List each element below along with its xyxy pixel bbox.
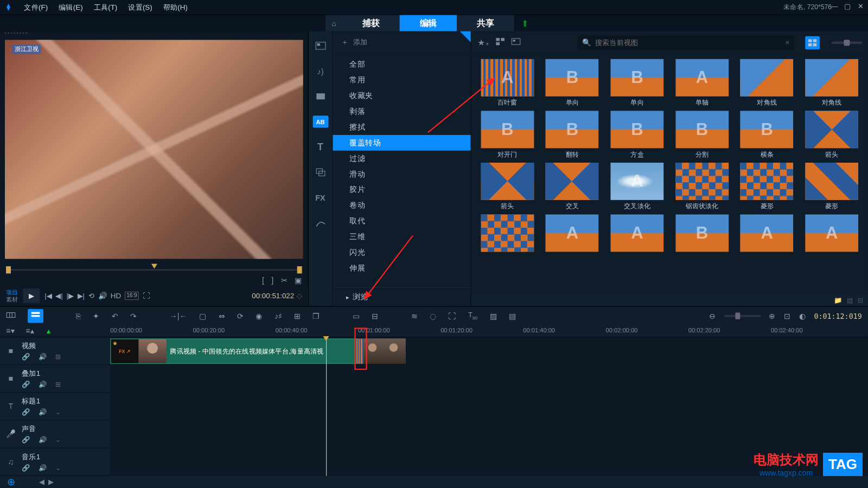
track-lane[interactable] <box>110 420 868 448</box>
apply-all-icon[interactable] <box>511 37 521 48</box>
link-icon[interactable]: 🔗 <box>22 464 30 471</box>
track-header[interactable]: 🎤 声音 🔗🔊⌄ <box>0 420 110 448</box>
redo-icon[interactable]: ↷ <box>130 311 137 320</box>
transition-thumb[interactable]: B单向 <box>541 59 603 107</box>
link-icon[interactable]: 🔗 <box>22 353 30 361</box>
category-item[interactable]: 全部 <box>333 56 470 72</box>
transition-thumb[interactable]: B翻转 <box>541 111 603 159</box>
transition-thumb[interactable]: B <box>671 215 733 254</box>
track-header[interactable]: T 标题1 🔗🔊⌄ <box>0 393 110 420</box>
copy-icon[interactable]: ⎘ <box>76 311 81 320</box>
transition-thumb[interactable]: A <box>606 215 668 254</box>
tracker-icon[interactable]: ◌ <box>430 311 436 320</box>
transition-thumb[interactable]: A对角线 <box>801 59 863 107</box>
scroll-right-icon[interactable]: ▶ <box>48 478 54 486</box>
next-frame-icon[interactable]: |▶ <box>66 292 73 300</box>
audio-mixer-icon[interactable]: ♪♯ <box>275 311 282 320</box>
undo-icon[interactable]: ↶ <box>112 311 118 320</box>
tab-share[interactable]: 共享 <box>457 15 514 31</box>
home-button[interactable]: ⌂ <box>326 15 342 31</box>
transition-thumb[interactable]: A <box>476 215 539 254</box>
crop-icon[interactable]: ▣ <box>295 276 302 286</box>
transition-thumb[interactable]: B交叉 <box>541 163 603 211</box>
color-wheel-icon[interactable]: ◉ <box>256 311 262 320</box>
transition-thumb[interactable]: A单轴 <box>671 59 733 107</box>
transition-thumb[interactable]: A锯齿状淡化 <box>671 163 733 211</box>
transition-thumb[interactable]: A对角线 <box>736 59 798 107</box>
lock-icon[interactable]: ⊞ <box>55 353 61 361</box>
transition-thumb[interactable]: B对开门 <box>476 111 539 159</box>
category-item[interactable]: 收藏夹 <box>333 88 470 104</box>
motion-icon[interactable]: ≋ <box>411 311 418 320</box>
time-ruler[interactable]: 00:00:00:0000:00:20:0000:00:40:0000:01:0… <box>110 325 868 337</box>
track-tool1-icon[interactable]: ▭ <box>353 311 360 320</box>
folder-icon[interactable]: 📁 <box>834 296 843 304</box>
media-icon[interactable] <box>312 40 328 52</box>
transition-thumb[interactable]: B分割 <box>671 111 733 159</box>
browse-button[interactable]: 浏览 <box>333 287 470 306</box>
mute-icon[interactable]: 🔊 <box>39 408 47 416</box>
category-item[interactable]: 闪光 <box>333 245 470 260</box>
favorite-icon[interactable]: ★₊ <box>477 37 489 47</box>
transition-thumb[interactable]: B单向 <box>606 59 668 107</box>
transition-thumb[interactable]: A百叶窗 <box>476 59 539 107</box>
category-item[interactable]: 常用 <box>333 72 470 88</box>
transition-thumb[interactable]: B横条 <box>736 111 798 159</box>
goto-end-icon[interactable]: ▶| <box>78 292 85 300</box>
transition-icon[interactable]: AB <box>312 115 328 127</box>
track-lane[interactable] <box>110 365 868 393</box>
minimize-button[interactable]: — <box>829 1 839 11</box>
transition-thumb[interactable]: A箭头 <box>801 111 863 159</box>
category-item[interactable]: 覆盖转场 <box>333 135 470 151</box>
zoom-slider[interactable] <box>724 315 761 317</box>
preview-timecode[interactable]: 00:00:51:022◇ <box>252 292 302 300</box>
category-item[interactable]: 三维 <box>333 229 470 245</box>
transition-thumb[interactable]: B方盒 <box>606 111 668 159</box>
screen-rec-icon[interactable]: ▤ <box>509 311 516 320</box>
video-clip[interactable] <box>363 338 406 364</box>
add-category-button[interactable]: ＋ 添加 <box>333 31 470 54</box>
transition-thumb[interactable]: A <box>541 215 603 254</box>
clear-search-icon[interactable]: × <box>786 38 790 47</box>
rotate-icon[interactable]: ⟳ <box>237 311 244 320</box>
lock-icon[interactable]: ⌄ <box>55 436 61 444</box>
mark-in-icon[interactable]: [ <box>262 276 264 286</box>
link-icon[interactable]: 🔗 <box>22 408 30 416</box>
volume-icon[interactable]: 🔊 <box>98 292 107 300</box>
scissors-icon[interactable]: ✂ <box>281 276 288 286</box>
category-item[interactable]: 卷动 <box>333 197 470 213</box>
image-tool-icon[interactable]: ▢ <box>199 311 206 320</box>
overlay-manager-icon[interactable]: ❐ <box>312 311 320 320</box>
track-header[interactable]: ■ 叠加1 🔗🔊⊞ <box>0 365 110 393</box>
zoom-in-icon[interactable]: ⊕ <box>769 311 775 320</box>
mute-icon[interactable]: 🔊 <box>39 353 47 361</box>
menu-edit[interactable]: 编辑(E) <box>54 1 87 14</box>
lock-icon[interactable]: ⌄ <box>55 464 61 471</box>
menu-file[interactable]: 文件(F) <box>20 1 53 14</box>
fx-icon[interactable]: FX <box>312 191 328 203</box>
fullscreen-icon[interactable]: ⛶ <box>143 292 150 300</box>
category-item[interactable]: 滑动 <box>333 166 470 182</box>
play-track-icon[interactable]: ▲ <box>46 328 52 335</box>
lock-icon[interactable]: ⌄ <box>55 408 61 416</box>
track-header[interactable]: ♫ 音乐1 🔗🔊⌄ <box>0 448 110 476</box>
mark-out-icon[interactable]: ] <box>271 276 273 286</box>
play-button[interactable]: ▶ <box>23 288 40 303</box>
zoom-out-icon[interactable]: ⊖ <box>709 311 716 320</box>
tab-capture[interactable]: 捕获 <box>342 15 400 31</box>
timeline-view-icon[interactable] <box>28 309 43 323</box>
category-item[interactable]: 胶片 <box>333 182 470 198</box>
maximize-button[interactable]: ▢ <box>843 1 852 11</box>
search-input[interactable] <box>595 38 782 47</box>
hide-panel-icon[interactable]: ⊟ <box>858 296 863 304</box>
chapter-icon[interactable]: ⊞ <box>294 311 301 320</box>
transition-thumb[interactable]: A <box>736 215 798 254</box>
playhead[interactable] <box>326 337 327 476</box>
category-item[interactable]: 剥落 <box>333 104 470 119</box>
link-icon[interactable]: 🔗 <box>22 381 30 388</box>
transition-thumb[interactable]: A菱形 <box>736 163 798 211</box>
track-header[interactable]: ■ 视频 🔗🔊⊞ <box>0 337 110 365</box>
video-clip[interactable]: ★FX ↗ 腾讯视频 - 中国领先的在线视频媒体平台,海量高清视 <box>110 338 358 364</box>
category-item[interactable]: 过滤 <box>333 151 470 166</box>
lock-icon[interactable]: ⊞ <box>55 381 61 388</box>
